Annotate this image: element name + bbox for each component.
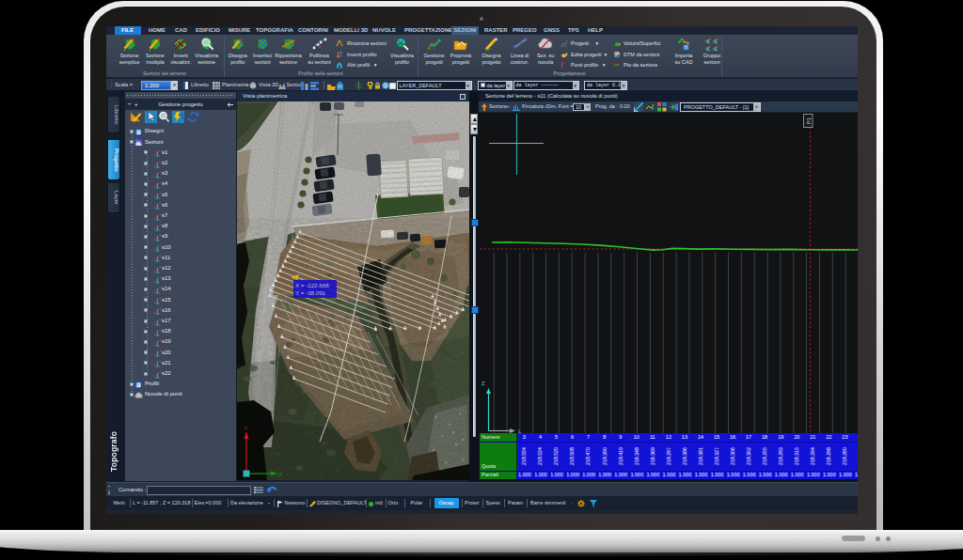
svg-text:218.520: 218.520 bbox=[553, 447, 559, 465]
svg-text:218.390: 218.390 bbox=[602, 447, 608, 465]
svg-text:218.470: 218.470 bbox=[585, 447, 591, 465]
svg-text:218.297: 218.297 bbox=[666, 447, 671, 465]
svg-text:218.315: 218.315 bbox=[794, 447, 799, 465]
svg-text:218.386: 218.386 bbox=[682, 447, 687, 465]
svg-text:218.298: 218.298 bbox=[826, 447, 831, 465]
svg-text:218.419: 218.419 bbox=[618, 447, 624, 465]
svg-text:218.348: 218.348 bbox=[634, 447, 639, 465]
svg-text:218.554: 218.554 bbox=[521, 447, 527, 465]
svg-text:P1: P1 bbox=[806, 117, 812, 124]
svg-text:Z: Z bbox=[482, 381, 485, 386]
svg-text:218.508: 218.508 bbox=[569, 447, 575, 465]
svg-text:218.306: 218.306 bbox=[730, 447, 735, 465]
svg-text:218.255: 218.255 bbox=[762, 447, 767, 465]
svg-text:218.524: 218.524 bbox=[537, 447, 543, 465]
svg-text:218.260: 218.260 bbox=[842, 447, 847, 465]
svg-text:218.369: 218.369 bbox=[650, 447, 655, 465]
svg-text:218.293: 218.293 bbox=[778, 447, 783, 465]
svg-text:218.381: 218.381 bbox=[698, 447, 703, 465]
svg-text:218.327: 218.327 bbox=[714, 447, 719, 465]
svg-text:218.294: 218.294 bbox=[810, 447, 815, 465]
svg-text:218.302: 218.302 bbox=[746, 447, 751, 465]
